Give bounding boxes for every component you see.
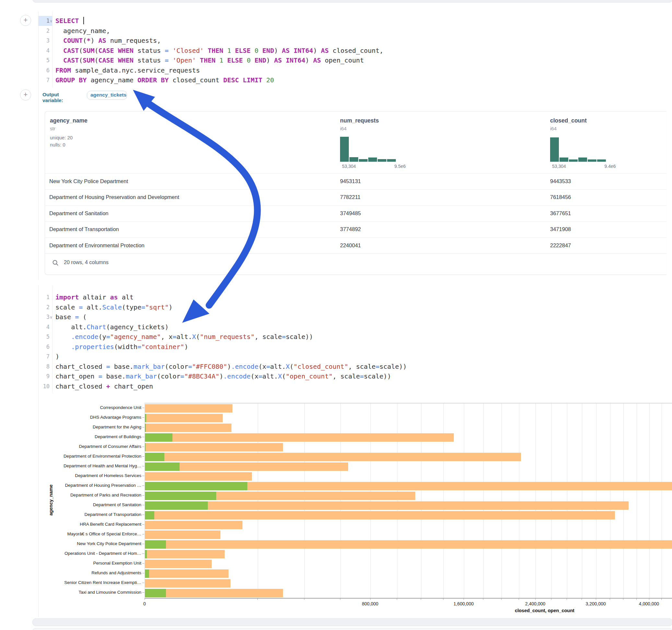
- bar-open-count: [145, 462, 179, 471]
- y-tick-label: Department of Parks and Recreation: [49, 492, 141, 498]
- bar-closed-count: [145, 579, 231, 587]
- y-tick-label: DHS Advantage Programs: [49, 415, 141, 420]
- y-tick-label: Personal Exemption Unit: [49, 561, 141, 565]
- gridline: [567, 404, 567, 598]
- table-row[interactable]: Department of Housing Preservation and D…: [45, 189, 667, 206]
- y-tick-label: Department of Housing Preservation …: [49, 483, 141, 488]
- gridline: [483, 404, 484, 598]
- table-cell: Department of Sanitation: [49, 210, 109, 217]
- fold-chevron-icon[interactable]: ∨: [50, 312, 52, 322]
- y-tick-label: Department for the Aging: [49, 425, 141, 429]
- bar-closed-count: [145, 501, 628, 510]
- x-tick: [519, 598, 519, 600]
- y-tick: [142, 573, 144, 573]
- y-tick-label: Department of Health and Mental Hyg…: [49, 463, 141, 468]
- dataframe-rows: New York City Police Department945313194…: [45, 173, 667, 253]
- y-tick: [142, 427, 144, 428]
- add-cell-button[interactable]: +: [20, 15, 31, 26]
- x-tick: [370, 598, 370, 600]
- y-tick-label: Correspondence Unit: [49, 405, 141, 410]
- y-tick: [142, 515, 144, 515]
- column-type: i64: [340, 126, 346, 131]
- table-row[interactable]: New York City Police Department945313194…: [45, 173, 667, 190]
- table-row[interactable]: Department of Sanitation37494853677651: [45, 205, 667, 222]
- text-cursor: [83, 17, 84, 24]
- gridline: [662, 404, 662, 598]
- bar-closed-count: [145, 511, 615, 519]
- bar-open-count: [145, 589, 166, 597]
- output-variable-label: Output variable:: [43, 92, 63, 103]
- y-tick: [142, 446, 144, 447]
- output-variable-value: agency_tickets: [87, 91, 127, 98]
- gridline: [397, 404, 398, 598]
- y-tick-label: HRA Benefit Card Replacement: [49, 522, 141, 527]
- column-type: str: [50, 126, 55, 131]
- table-cell: 3677651: [550, 210, 571, 217]
- table-row[interactable]: Department of Environmental Protection22…: [45, 238, 667, 254]
- y-tick: [142, 563, 144, 563]
- fold-chevron-icon[interactable]: ∨: [50, 16, 52, 26]
- line-number: 3: [39, 312, 50, 322]
- bar-open-count: [145, 414, 146, 422]
- bar-closed-count: [145, 540, 672, 549]
- table-cell: 3749485: [340, 210, 361, 217]
- y-tick: [142, 495, 144, 495]
- y-tick: [142, 583, 144, 583]
- bar-closed-count: [145, 443, 283, 452]
- table-cell: 7782211: [340, 194, 360, 200]
- x-tick: [649, 598, 649, 600]
- column-header[interactable]: closed_count: [550, 117, 587, 124]
- y-tick-label: Taxi and Limousine Commission: [49, 590, 141, 595]
- line-number: 1: [39, 292, 50, 302]
- line-number: 3: [39, 35, 50, 46]
- line-number: 7: [39, 352, 50, 362]
- y-tick: [142, 485, 144, 486]
- column-type: i64: [550, 126, 557, 131]
- x-tick: [581, 598, 582, 600]
- line-number: 9: [39, 371, 50, 382]
- bar-open-count: [145, 482, 247, 490]
- y-tick: [142, 408, 144, 408]
- bar-closed-count: [145, 521, 242, 529]
- gridline: [258, 404, 258, 598]
- bar-closed-count: [145, 570, 229, 578]
- bar-open-count: [145, 570, 149, 578]
- output-variable-pill[interactable]: agency_tickets: [87, 91, 127, 100]
- table-cell: 9453131: [340, 178, 361, 185]
- line-number: 4: [39, 46, 50, 56]
- column-header[interactable]: agency_name: [50, 117, 88, 124]
- column-header[interactable]: num_requests: [340, 117, 379, 124]
- bar-open-count: [145, 511, 154, 519]
- y-tick: [142, 417, 144, 418]
- bar-closed-count: [145, 433, 454, 442]
- column-stat: nulls: 0: [50, 142, 66, 147]
- table-cell: 2222847: [550, 242, 571, 248]
- y-tick-label: Department of Sanitation: [49, 502, 141, 507]
- table-cell: Department of Environmental Protection: [49, 242, 144, 248]
- next-cell-edge[interactable]: [32, 618, 672, 626]
- x-tick-label: 0: [125, 601, 164, 606]
- gridline: [582, 404, 582, 598]
- add-cell-button[interactable]: +: [20, 90, 31, 100]
- next-cell-edge[interactable]: [32, 628, 672, 630]
- dataframe-preview-card: agency_namestrunique: 20nulls: 0num_requ…: [45, 111, 667, 275]
- bar-closed-count: [145, 414, 223, 422]
- y-tick-label: Department of Homeless Services: [49, 473, 141, 478]
- gridline: [421, 404, 422, 598]
- y-tick-label: New York City Police Department: [49, 541, 141, 546]
- column-histogram[interactable]: [340, 137, 396, 162]
- bar-closed-count: [145, 423, 232, 432]
- previous-cell-edge[interactable]: [32, 0, 672, 3]
- y-tick: [142, 534, 144, 534]
- table-row[interactable]: Department of Transportation377489234719…: [45, 221, 667, 238]
- table-cell: Department of Housing Preservation and D…: [49, 194, 179, 200]
- bar-open-count: [145, 443, 146, 452]
- bar-closed-count: [145, 453, 521, 461]
- search-icon[interactable]: [52, 260, 59, 266]
- column-histogram[interactable]: [550, 137, 606, 162]
- bar-open-count: [145, 453, 164, 461]
- x-tick-label: 800,000: [351, 601, 390, 606]
- bar-open-count: [145, 423, 146, 432]
- x-axis-title: closed_count, open_count: [515, 608, 574, 613]
- python-cell: 1import altair as alt2scale = alt.Scale(…: [38, 285, 39, 617]
